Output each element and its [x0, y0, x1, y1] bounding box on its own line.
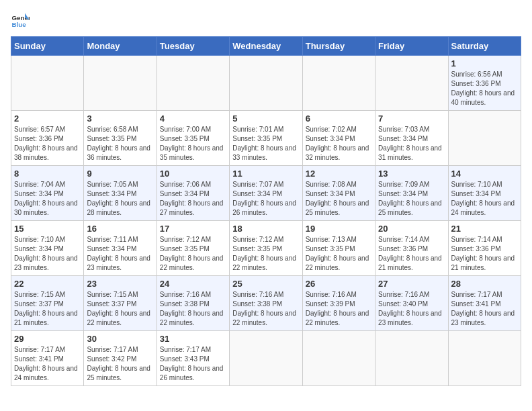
day-cell-17: 17 Sunrise: 7:12 AMSunset: 3:35 PMDaylig… [157, 221, 229, 276]
day-number: 31 [160, 334, 226, 344]
calendar-week-2: 8 Sunrise: 7:04 AMSunset: 3:34 PMDayligh… [11, 166, 521, 221]
day-number: 15 [14, 224, 81, 234]
calendar-week-0: 1 Sunrise: 6:56 AMSunset: 3:36 PMDayligh… [11, 56, 521, 111]
empty-cell [375, 331, 448, 386]
day-number: 1 [451, 58, 518, 68]
day-number: 10 [160, 169, 226, 179]
empty-cell [230, 56, 302, 111]
day-cell-23: 23 Sunrise: 7:15 AMSunset: 3:37 PMDaylig… [84, 276, 157, 331]
day-cell-1: 1 Sunrise: 6:56 AMSunset: 3:36 PMDayligh… [448, 56, 521, 111]
day-detail: Sunrise: 7:11 AMSunset: 3:34 PMDaylight:… [87, 236, 150, 271]
day-detail: Sunrise: 7:17 AMSunset: 3:41 PMDaylight:… [14, 346, 78, 381]
day-cell-12: 12 Sunrise: 7:08 AMSunset: 3:34 PMDaylig… [302, 166, 375, 221]
day-cell-16: 16 Sunrise: 7:11 AMSunset: 3:34 PMDaylig… [84, 221, 157, 276]
weekday-header-monday: Monday [84, 37, 157, 56]
day-number: 4 [160, 113, 226, 124]
day-cell-26: 26 Sunrise: 7:16 AMSunset: 3:39 PMDaylig… [302, 276, 375, 331]
day-cell-11: 11 Sunrise: 7:07 AMSunset: 3:34 PMDaylig… [230, 166, 302, 221]
empty-cell [157, 56, 229, 111]
day-detail: Sunrise: 7:14 AMSunset: 3:36 PMDaylight:… [378, 236, 442, 271]
header: General Blue [11, 11, 521, 30]
calendar-week-5: 29 Sunrise: 7:17 AMSunset: 3:41 PMDaylig… [11, 331, 521, 386]
day-number: 7 [378, 113, 445, 124]
day-detail: Sunrise: 7:07 AMSunset: 3:34 PMDaylight:… [232, 181, 296, 216]
empty-cell [11, 56, 84, 111]
day-cell-20: 20 Sunrise: 7:14 AMSunset: 3:36 PMDaylig… [375, 221, 448, 276]
day-cell-6: 6 Sunrise: 7:02 AMSunset: 3:34 PMDayligh… [302, 111, 375, 166]
day-cell-7: 7 Sunrise: 7:03 AMSunset: 3:34 PMDayligh… [375, 111, 448, 166]
day-cell-5: 5 Sunrise: 7:01 AMSunset: 3:35 PMDayligh… [230, 111, 302, 166]
day-detail: Sunrise: 7:09 AMSunset: 3:34 PMDaylight:… [378, 181, 442, 216]
day-number: 23 [87, 279, 153, 289]
day-cell-8: 8 Sunrise: 7:04 AMSunset: 3:34 PMDayligh… [11, 166, 84, 221]
day-cell-18: 18 Sunrise: 7:12 AMSunset: 3:35 PMDaylig… [230, 221, 302, 276]
day-number: 16 [87, 224, 153, 234]
day-detail: Sunrise: 6:57 AMSunset: 3:36 PMDaylight:… [14, 126, 78, 161]
day-detail: Sunrise: 7:15 AMSunset: 3:37 PMDaylight:… [87, 291, 150, 326]
day-detail: Sunrise: 7:02 AMSunset: 3:34 PMDaylight:… [306, 126, 369, 161]
weekday-header-tuesday: Tuesday [157, 37, 229, 56]
day-number: 5 [232, 113, 299, 124]
weekday-header-saturday: Saturday [448, 37, 521, 56]
day-cell-15: 15 Sunrise: 7:10 AMSunset: 3:34 PMDaylig… [11, 221, 84, 276]
day-detail: Sunrise: 7:06 AMSunset: 3:34 PMDaylight:… [160, 181, 224, 216]
svg-text:Blue: Blue [11, 21, 26, 28]
calendar-table: SundayMondayTuesdayWednesdayThursdayFrid… [11, 36, 521, 386]
day-number: 22 [14, 279, 81, 289]
day-number: 9 [87, 169, 153, 179]
empty-cell [375, 56, 448, 111]
day-number: 20 [378, 224, 445, 234]
day-cell-30: 30 Sunrise: 7:17 AMSunset: 3:42 PMDaylig… [84, 331, 157, 386]
day-number: 26 [306, 279, 372, 289]
empty-cell [302, 56, 375, 111]
day-cell-29: 29 Sunrise: 7:17 AMSunset: 3:41 PMDaylig… [11, 331, 84, 386]
day-number: 3 [87, 113, 153, 124]
day-number: 6 [306, 113, 372, 124]
calendar-week-1: 2 Sunrise: 6:57 AMSunset: 3:36 PMDayligh… [11, 111, 521, 166]
logo-icon: General Blue [11, 11, 30, 30]
logo: General Blue [11, 11, 30, 30]
day-number: 8 [14, 169, 81, 179]
day-cell-31: 31 Sunrise: 7:17 AMSunset: 3:43 PMDaylig… [157, 331, 229, 386]
day-cell-21: 21 Sunrise: 7:14 AMSunset: 3:36 PMDaylig… [448, 221, 521, 276]
day-detail: Sunrise: 7:16 AMSunset: 3:38 PMDaylight:… [160, 291, 224, 326]
day-number: 28 [451, 279, 518, 289]
day-detail: Sunrise: 7:17 AMSunset: 3:42 PMDaylight:… [87, 346, 150, 381]
empty-cell [302, 331, 375, 386]
day-detail: Sunrise: 7:00 AMSunset: 3:35 PMDaylight:… [160, 126, 224, 161]
day-cell-19: 19 Sunrise: 7:13 AMSunset: 3:35 PMDaylig… [302, 221, 375, 276]
day-number: 13 [378, 169, 445, 179]
day-number: 11 [232, 169, 299, 179]
day-number: 30 [87, 334, 153, 344]
day-detail: Sunrise: 7:16 AMSunset: 3:40 PMDaylight:… [378, 291, 442, 326]
day-cell-10: 10 Sunrise: 7:06 AMSunset: 3:34 PMDaylig… [157, 166, 229, 221]
day-detail: Sunrise: 7:12 AMSunset: 3:35 PMDaylight:… [160, 236, 224, 271]
day-detail: Sunrise: 6:58 AMSunset: 3:35 PMDaylight:… [87, 126, 150, 161]
day-number: 21 [451, 224, 518, 234]
day-cell-27: 27 Sunrise: 7:16 AMSunset: 3:40 PMDaylig… [375, 276, 448, 331]
day-detail: Sunrise: 7:17 AMSunset: 3:43 PMDaylight:… [160, 346, 224, 381]
day-number: 2 [14, 113, 81, 124]
day-cell-22: 22 Sunrise: 7:15 AMSunset: 3:37 PMDaylig… [11, 276, 84, 331]
day-detail: Sunrise: 7:05 AMSunset: 3:34 PMDaylight:… [87, 181, 150, 216]
day-detail: Sunrise: 7:10 AMSunset: 3:34 PMDaylight:… [451, 181, 515, 216]
day-cell-3: 3 Sunrise: 6:58 AMSunset: 3:35 PMDayligh… [84, 111, 157, 166]
day-detail: Sunrise: 7:10 AMSunset: 3:34 PMDaylight:… [14, 236, 78, 271]
day-detail: Sunrise: 7:14 AMSunset: 3:36 PMDaylight:… [451, 236, 515, 271]
calendar-week-3: 15 Sunrise: 7:10 AMSunset: 3:34 PMDaylig… [11, 221, 521, 276]
empty-cell [448, 111, 521, 166]
day-cell-28: 28 Sunrise: 7:17 AMSunset: 3:41 PMDaylig… [448, 276, 521, 331]
day-number: 17 [160, 224, 226, 234]
day-cell-9: 9 Sunrise: 7:05 AMSunset: 3:34 PMDayligh… [84, 166, 157, 221]
header-row: SundayMondayTuesdayWednesdayThursdayFrid… [11, 37, 521, 56]
day-cell-4: 4 Sunrise: 7:00 AMSunset: 3:35 PMDayligh… [157, 111, 229, 166]
day-number: 19 [306, 224, 372, 234]
day-detail: Sunrise: 7:13 AMSunset: 3:35 PMDaylight:… [306, 236, 369, 271]
weekday-header-friday: Friday [375, 37, 448, 56]
day-number: 18 [232, 224, 299, 234]
weekday-header-wednesday: Wednesday [230, 37, 302, 56]
day-cell-25: 25 Sunrise: 7:16 AMSunset: 3:38 PMDaylig… [230, 276, 302, 331]
day-detail: Sunrise: 7:08 AMSunset: 3:34 PMDaylight:… [306, 181, 369, 216]
day-detail: Sunrise: 7:15 AMSunset: 3:37 PMDaylight:… [14, 291, 78, 326]
day-detail: Sunrise: 7:16 AMSunset: 3:39 PMDaylight:… [306, 291, 369, 326]
